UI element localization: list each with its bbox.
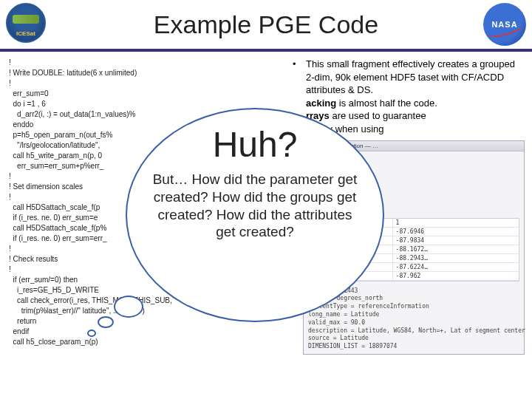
huh-text: Huh?	[213, 124, 298, 165]
bullet-text: This small fragment effectively creates …	[306, 58, 523, 135]
slide-header: ICESat Example PGE Code NASA	[0, 0, 532, 52]
table-cell: -88.1672…	[393, 245, 431, 253]
icesat-logo: ICESat	[6, 3, 46, 43]
table-cell: -88.2943…	[393, 254, 431, 262]
thought-bubble: Huh? But… How did the parameter get crea…	[126, 108, 384, 322]
nasa-logo: NASA	[483, 3, 526, 46]
table-cell: -87.6224…	[393, 263, 431, 271]
table-cell: 1	[393, 219, 403, 227]
table-cell: -87.962	[393, 272, 424, 280]
attributes-block: rses Id = 1443 units = degrees_north con…	[308, 287, 519, 351]
icesat-logo-text: ICESat	[16, 30, 35, 37]
slide-body: ! ! Write DOUBLE: latitude(6 x unlimited…	[0, 52, 532, 396]
table-cell: -87.9834	[393, 236, 428, 245]
bubble-tail-icon	[98, 316, 114, 328]
bullet-item: • This small fragment effectively create…	[293, 58, 523, 135]
bubble-question-text: But… How did the parameter get created? …	[148, 171, 362, 241]
bullet-list: • This small fragment effectively create…	[293, 58, 523, 135]
bubble-tail-icon	[87, 330, 96, 337]
slide-title: Example PGE Code	[0, 0, 532, 39]
nasa-logo-text: NASA	[491, 20, 517, 29]
table-cell: -87.6946	[393, 228, 428, 236]
